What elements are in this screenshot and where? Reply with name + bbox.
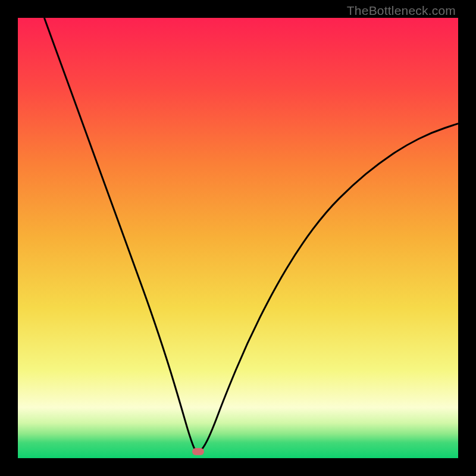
optimum-marker	[192, 448, 204, 455]
plot-area	[18, 18, 458, 458]
curve-layer	[18, 18, 458, 458]
watermark-text: TheBottleneck.com	[347, 4, 456, 18]
bottleneck-curve	[44, 18, 458, 452]
chart-frame: TheBottleneck.com	[0, 0, 476, 476]
